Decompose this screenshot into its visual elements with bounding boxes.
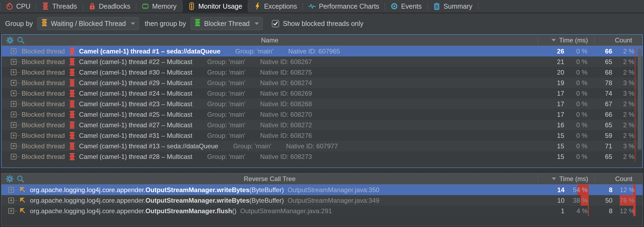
time-percent: 0 %: [570, 130, 594, 141]
expand-icon[interactable]: +: [11, 69, 16, 75]
expand-icon[interactable]: +: [8, 208, 14, 214]
expand-icon[interactable]: +: [11, 101, 16, 107]
thread-kind-label: Blocked thread: [22, 100, 65, 108]
expand-icon[interactable]: +: [11, 48, 16, 54]
count-value: 68: [594, 69, 618, 76]
call-tree-title-area: Reverse Call Tree: [1, 173, 538, 184]
scrollbar-thumb[interactable]: [638, 49, 642, 150]
show-blocked-threads-only-option[interactable]: Show blocked threads only: [272, 20, 364, 28]
thread-name: Camel (camel-1) thread #27 – Multicast: [79, 121, 192, 129]
name-column-header[interactable]: Name: [2, 35, 538, 46]
count-value: 67: [594, 100, 618, 108]
count-value: 8: [595, 186, 618, 194]
group-by-toolbar: Group by Waiting / Blocked Thread then g…: [0, 14, 644, 34]
blocked-thread-state-icon: [69, 90, 75, 97]
time-value: 17: [538, 111, 570, 118]
expand-icon[interactable]: +: [11, 143, 16, 149]
tab-label: Summary: [444, 2, 472, 10]
expand-icon[interactable]: +: [11, 154, 16, 159]
tab-label: Events: [401, 2, 422, 10]
thread-kind-label: Blocked thread: [22, 153, 65, 161]
group-by-dropdown[interactable]: Waiting / Blocked Thread: [37, 17, 139, 30]
blocked-thread-row[interactable]: + Blocked thread Camel (camel-1) thread …: [2, 56, 642, 67]
blocked-thread-row[interactable]: + Blocked thread Camel (camel-1) thread …: [2, 151, 642, 162]
count-percent: 76 %: [618, 195, 643, 206]
blocked-thread-row[interactable]: + Blocked thread Camel (camel-1) thread …: [2, 78, 642, 88]
blocked-thread-row[interactable]: + Blocked thread Camel (camel-1) thread …: [2, 46, 642, 56]
tab-label: Monitor Usage: [198, 2, 242, 10]
expand-icon[interactable]: +: [11, 112, 16, 117]
blocked-thread-row[interactable]: + Blocked thread Camel (camel-1) thread …: [2, 120, 642, 130]
checkbox[interactable]: [272, 20, 279, 27]
blocked-thread-row[interactable]: + Blocked thread Camel (camel-1) thread …: [2, 130, 642, 141]
thread-native-id: Native ID: 607965: [288, 48, 340, 55]
profiler-tab[interactable]: Threads: [36, 0, 83, 12]
count-value: 78: [594, 79, 618, 87]
then-group-by-dropdown[interactable]: Blocker Thread: [191, 17, 263, 30]
thread-name: Camel (camel-1) thread #22 – Multicast: [79, 58, 192, 66]
count-column-header[interactable]: Count: [595, 173, 643, 184]
thread-group: Group: 'main': [235, 48, 273, 55]
count-value: 71: [594, 142, 618, 150]
count-column-header[interactable]: Count: [594, 35, 642, 46]
expand-icon[interactable]: +: [11, 122, 16, 128]
expand-icon[interactable]: +: [11, 59, 16, 65]
checkbox-label: Show blocked threads only: [283, 20, 364, 28]
count-value: 65: [594, 121, 618, 129]
time-value: 21: [538, 58, 570, 66]
blocked-threads-panel: Name Time (ms) Count + Blocked thread: [1, 34, 643, 168]
method-args: (ByteBuffer): [249, 186, 284, 194]
thread-group: Group: 'main': [207, 100, 245, 108]
profiler-tab[interactable]: CPU: [0, 0, 36, 12]
time-value: 26: [538, 48, 570, 55]
profiler-tab[interactable]: Deadlocks: [83, 0, 136, 12]
time-value: 1: [538, 207, 570, 215]
time-column-title: Time (ms): [559, 36, 588, 44]
expand-icon[interactable]: +: [11, 91, 16, 96]
call-tree-row[interactable]: + org.apache.logging.log4j.core.appender…: [1, 206, 643, 216]
blocked-thread-row[interactable]: + Blocked thread Camel (camel-1) thread …: [2, 141, 642, 151]
expand-icon[interactable]: +: [11, 80, 16, 86]
blocked-thread-row[interactable]: + Blocked thread Camel (camel-1) thread …: [2, 99, 642, 109]
blocked-thread-row[interactable]: + Blocked thread Camel (camel-1) thread …: [2, 88, 642, 99]
thread-kind-label: Blocked thread: [22, 132, 65, 139]
panel-splitter[interactable]: [1, 168, 643, 173]
profiler-tab[interactable]: Monitor Usage: [182, 0, 248, 12]
call-tree-row[interactable]: + org.apache.logging.log4j.core.appender…: [1, 185, 643, 195]
method-package: org.apache.logging.log4j.core.appender.: [30, 207, 145, 215]
blocked-thread-state-icon: [69, 111, 75, 118]
time-value: 15: [538, 153, 570, 161]
time-column-header[interactable]: Time (ms): [538, 35, 594, 46]
vertical-scrollbar[interactable]: [638, 46, 642, 167]
time-percent: 4 %: [570, 206, 595, 216]
waiting-blocked-thread-icon: [41, 19, 47, 28]
thread-name: Camel (camel-1) thread #31 – Multicast: [79, 132, 192, 139]
blocked-thread-row[interactable]: + Blocked thread Camel (camel-1) thread …: [2, 109, 642, 120]
thread-name: Camel (camel-1) thread #23 – Multicast: [79, 100, 192, 108]
profiler-tab[interactable]: Events: [385, 0, 427, 12]
tree-connector: [17, 146, 20, 146]
time-column-header[interactable]: Time (ms): [538, 173, 595, 184]
expand-icon[interactable]: +: [8, 198, 14, 203]
thread-group: Group: 'main': [207, 121, 245, 129]
reverse-call-tree-panel: Reverse Call Tree Time (ms) Count + org.…: [1, 173, 643, 226]
profiler-tab[interactable]: Summary: [427, 0, 478, 12]
checkmark-icon: [273, 21, 278, 26]
thread-native-id: Native ID: 607977: [286, 142, 338, 150]
tree-connector: [17, 83, 20, 83]
call-tree-row[interactable]: + org.apache.logging.log4j.core.appender…: [1, 195, 643, 206]
profiler-tab[interactable]: Performance Charts: [303, 0, 385, 12]
thread-group: Group: 'main': [207, 69, 245, 76]
thread-native-id: Native ID: 608275: [260, 69, 312, 76]
expand-icon[interactable]: +: [8, 187, 14, 193]
blocked-thread-state-icon: [69, 142, 75, 150]
tree-connector: [15, 190, 17, 190]
expand-icon[interactable]: +: [11, 133, 16, 138]
then-group-by-value: Blocker Thread: [204, 20, 250, 28]
tab-icon: [42, 2, 49, 10]
thread-name: Camel (camel-1) thread #29 – Multicast: [79, 79, 192, 87]
count-percent: 12 %: [618, 185, 643, 195]
profiler-tab[interactable]: Memory: [136, 0, 182, 12]
profiler-tab[interactable]: Exceptions: [248, 0, 303, 12]
blocked-thread-row[interactable]: + Blocked thread Camel (camel-1) thread …: [2, 67, 642, 78]
